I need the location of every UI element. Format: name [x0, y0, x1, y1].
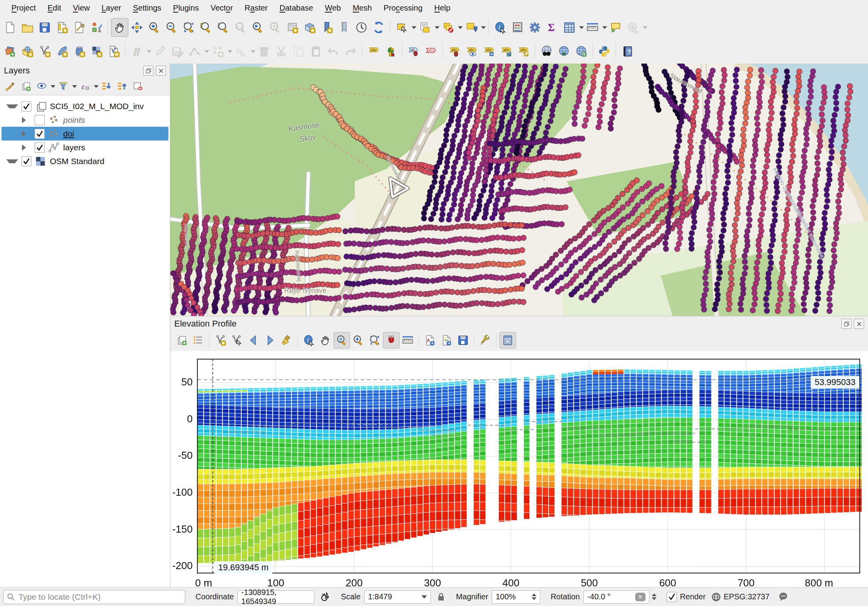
locator-input[interactable]: Type to locate (Ctrl+K): [3, 590, 185, 604]
filter-by-expression-dropdown-arrow[interactable]: [94, 85, 98, 88]
measure-distances-button[interactable]: [399, 332, 416, 349]
highlight-pinned-labels-button[interactable]: ab: [405, 42, 423, 61]
export-as-image-button[interactable]: [438, 332, 455, 349]
statistical-summary-button[interactable]: [509, 18, 526, 37]
open-attribute-table-button[interactable]: [561, 18, 578, 37]
layer-visibility-checkbox[interactable]: [21, 156, 31, 166]
metasearch-button[interactable]: [538, 42, 555, 61]
crs-value[interactable]: EPSG:32737: [724, 592, 770, 601]
measure-line-button[interactable]: [584, 18, 601, 37]
rotation-clear-icon[interactable]: ✕: [635, 593, 646, 601]
menu-processing[interactable]: Processing: [378, 0, 429, 16]
layer-item-doi[interactable]: doi: [2, 127, 168, 141]
rotation-spinbox[interactable]: -40.0 ° ✕: [584, 590, 649, 604]
scale-combo[interactable]: 1:8479: [364, 590, 431, 604]
elevation-profile-chart[interactable]: 53.995033 19.693945 m: [170, 351, 868, 588]
vertex-tool-dropdown-arrow[interactable]: [228, 50, 232, 53]
pan-to-selection-button[interactable]: [128, 18, 146, 37]
profile-options-button[interactable]: [477, 332, 494, 349]
show-spatial-bookmarks-button[interactable]: [336, 18, 353, 37]
expander-open-icon[interactable]: [6, 159, 18, 163]
select-features-dropdown-arrow[interactable]: [412, 26, 416, 29]
save-project-button[interactable]: [36, 18, 53, 37]
new-geopackage-layer-button[interactable]: [53, 42, 71, 61]
style-manager-button[interactable]: a: [88, 18, 105, 37]
new-spatialite-layer-button[interactable]: [71, 42, 88, 61]
zoom-full-profile-button[interactable]: [367, 332, 383, 349]
filter-legend-dropdown-arrow[interactable]: [72, 85, 77, 88]
scale-combo-arrow[interactable]: [421, 595, 427, 599]
coordinate-input[interactable]: -1308915, 16549349: [237, 590, 314, 604]
expand-all-button[interactable]: [98, 78, 114, 94]
layer-diagram-options-button[interactable]: [382, 42, 399, 61]
add-group-button[interactable]: [18, 78, 34, 94]
menu-vector[interactable]: Vector: [205, 0, 239, 16]
change-label-button[interactable]: abc: [515, 42, 532, 61]
new-map-view-button[interactable]: [284, 18, 301, 37]
menu-plugins[interactable]: Plugins: [167, 0, 205, 16]
open-layer-styling-button[interactable]: [2, 78, 18, 94]
filter-by-expression-button[interactable]: ε: [77, 78, 93, 94]
clear-button[interactable]: [278, 332, 295, 349]
capture-curve-button[interactable]: [212, 332, 229, 349]
layer-item-points[interactable]: points: [2, 113, 168, 127]
rotate-label-button[interactable]: abc: [498, 42, 515, 61]
search-osm-button[interactable]: [573, 42, 590, 61]
remove-layer-button[interactable]: [130, 78, 146, 94]
open-data-source-manager-button[interactable]: [2, 42, 19, 61]
select-by-value-button[interactable]: [463, 18, 480, 37]
identify-features-profile-button[interactable]: i: [301, 332, 317, 349]
float-profile-icon[interactable]: [841, 319, 852, 329]
menu-help[interactable]: Help: [429, 0, 456, 16]
nudge-right-button[interactable]: [262, 332, 278, 349]
layer-item-osm-standard[interactable]: OSM Standard: [2, 154, 168, 168]
layer-visibility-checkbox[interactable]: [35, 129, 45, 139]
menu-edit[interactable]: Edit: [42, 0, 67, 16]
expander-closed-icon[interactable]: [22, 117, 31, 123]
temporal-controller-button[interactable]: [353, 18, 370, 37]
zoom-full-button[interactable]: [180, 18, 197, 37]
rotation-spin-arrows[interactable]: [652, 593, 656, 600]
zoom-in-button[interactable]: [146, 18, 163, 37]
layer-labeling-options-button[interactable]: abc: [365, 42, 382, 61]
zoom-last-button[interactable]: [249, 18, 266, 37]
layer-visibility-checkbox[interactable]: [21, 101, 31, 111]
python-console-button[interactable]: [596, 42, 613, 61]
layer-visibility-checkbox[interactable]: [35, 115, 45, 125]
deselect-features-button[interactable]: [439, 18, 457, 37]
collapse-all-button[interactable]: [114, 78, 130, 94]
menu-raster[interactable]: Raster: [239, 0, 274, 16]
render-checkbox[interactable]: [667, 592, 677, 602]
select-by-form-dropdown-arrow[interactable]: [435, 26, 439, 29]
zoom-to-selection-button[interactable]: [197, 18, 215, 37]
manage-map-themes-dropdown-arrow[interactable]: [51, 85, 55, 88]
float-panel-icon[interactable]: [143, 66, 153, 76]
zoom-in-profile-button[interactable]: [350, 332, 367, 349]
refresh-button[interactable]: [370, 18, 387, 37]
menu-web[interactable]: Web: [319, 0, 347, 16]
show-hide-labels-button[interactable]: abc: [463, 42, 480, 61]
capture-curve-from-feature-button[interactable]: [229, 332, 245, 349]
layer-item-layers[interactable]: layers: [2, 141, 168, 154]
open-project-button[interactable]: [19, 18, 36, 37]
manage-map-themes-button[interactable]: [34, 78, 49, 94]
menu-settings[interactable]: Settings: [127, 0, 167, 16]
crs-globe-icon[interactable]: [711, 592, 721, 602]
menu-layer[interactable]: Layer: [96, 0, 127, 16]
select-by-form-button[interactable]: [416, 18, 434, 37]
elevation-profile-canvas[interactable]: [170, 351, 868, 590]
select-by-value-dropdown-arrow[interactable]: [481, 26, 486, 29]
export-as-pdf-button[interactable]: A: [422, 332, 438, 349]
pan-map-button[interactable]: [111, 18, 128, 37]
pin-unpin-labels-button[interactable]: abc: [446, 42, 463, 61]
messages-icon[interactable]: [777, 591, 789, 603]
processing-toolbox-button[interactable]: [526, 18, 543, 37]
map-canvas-area[interactable]: KasmoseSkovRøjle NynaveStaurshovedRegion…: [170, 64, 868, 316]
new-print-layout-button[interactable]: [53, 18, 71, 37]
current-edits-dropdown-arrow[interactable]: [147, 50, 151, 53]
export-results-button[interactable]: [455, 332, 471, 349]
show-layer-tree-button[interactable]: [190, 332, 206, 349]
identify-features-button[interactable]: i: [492, 18, 509, 37]
menu-mesh[interactable]: Mesh: [347, 0, 378, 16]
help-contents-button[interactable]: ?: [619, 42, 636, 61]
